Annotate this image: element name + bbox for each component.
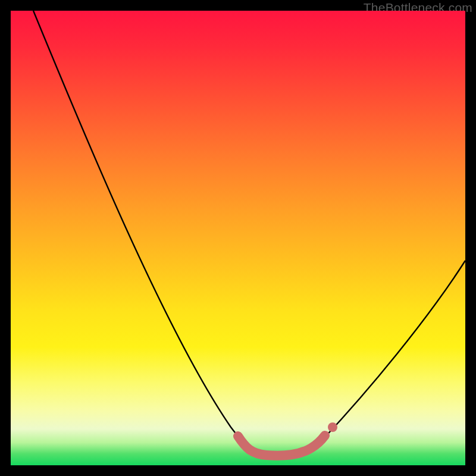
highlight-segment xyxy=(238,436,325,456)
chart-stage: TheBottleneck.com xyxy=(0,0,476,476)
bottleneck-curve xyxy=(33,11,465,456)
plot-area xyxy=(11,11,465,465)
curve-svg xyxy=(11,11,465,465)
highlight-dot xyxy=(328,422,337,432)
